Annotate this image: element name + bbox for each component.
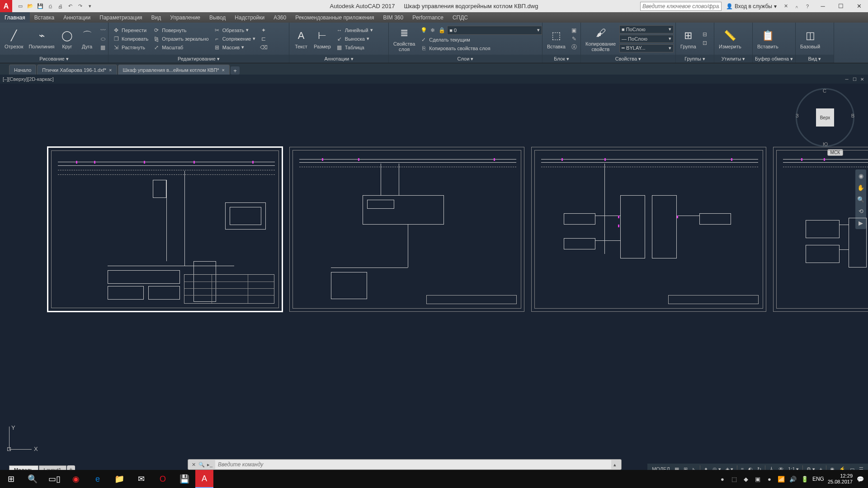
draw-extra2-button[interactable]: ⬭ <box>98 35 108 43</box>
viewcube-east[interactable]: В <box>851 113 854 118</box>
block-edit-button[interactable]: ✎ <box>569 35 579 43</box>
panel-utils-title[interactable]: Утилиты ▾ <box>714 55 752 63</box>
login-button[interactable]: 👤 Вход в службы ▾ <box>723 3 779 9</box>
file-tab-1[interactable]: Птички Хабарова 196-1.dxf*× <box>37 65 117 75</box>
tab-bim360[interactable]: BIM 360 <box>379 12 408 23</box>
taskview-button[interactable]: ▭▯ <box>43 470 65 488</box>
command-input[interactable] <box>215 460 611 469</box>
panel-modify-title[interactable]: Редактирование ▾ <box>108 55 289 63</box>
taskbar-autocad-icon[interactable]: A <box>195 470 213 488</box>
tray-volume-icon[interactable]: 🔊 <box>789 475 797 483</box>
qat-new-icon[interactable]: ▭ <box>16 2 25 11</box>
linear-button[interactable]: ↔Линейный ▾ <box>335 26 374 34</box>
qat-saveas-icon[interactable]: ⎙ <box>46 2 55 11</box>
tab-addins[interactable]: Надстройки <box>230 12 269 23</box>
qat-print-icon[interactable]: 🖨 <box>56 2 65 11</box>
taskbar-explorer-icon[interactable]: 📁 <box>108 470 130 488</box>
viewcube-north[interactable]: С <box>823 88 826 94</box>
start-button[interactable]: ⊞ <box>0 470 22 488</box>
table-button[interactable]: ▦Таблица <box>335 43 374 52</box>
trim-button[interactable]: ✂Обрезать ▾ <box>212 26 257 34</box>
ltype-combo[interactable]: — ПоСлою▾ <box>619 35 674 43</box>
vp-maximize-button[interactable]: ☐ <box>851 76 858 82</box>
exchange-icon[interactable]: ✕ <box>781 2 790 11</box>
mirror-button[interactable]: ⧎Отразить зеркально <box>151 35 210 43</box>
rotate-button[interactable]: ⟳Повернуть <box>151 26 210 34</box>
modify-ex1[interactable]: ✦ <box>259 26 269 34</box>
file-tab-2[interactable]: Шкаф управления в...ейным котлом КВП*× <box>118 65 230 75</box>
tab-spds[interactable]: СПДС <box>448 12 472 23</box>
groupedit-button[interactable]: ⊟ <box>700 30 710 38</box>
tab-parametric[interactable]: Параметризация <box>95 12 146 23</box>
ungroup-button[interactable]: ⊡ <box>700 39 710 47</box>
panel-groups-title[interactable]: Группы ▾ <box>676 55 714 63</box>
tray-language[interactable]: ENG <box>812 476 824 482</box>
tab-annotate[interactable]: Аннотации <box>59 12 95 23</box>
line-button[interactable]: ╱Отрезок <box>3 28 25 50</box>
panel-layers-title[interactable]: Слои ▾ <box>389 55 542 63</box>
tray-network-icon[interactable]: 📶 <box>777 475 785 483</box>
close-tab-icon[interactable]: × <box>109 67 112 73</box>
autodesk-app-icon[interactable]: ⍲ <box>792 2 801 11</box>
lweight-combo[interactable]: ━ BYLAY...▾ <box>619 44 674 52</box>
circle-button[interactable]: ◯Круг <box>58 28 76 50</box>
modify-ex2[interactable]: ⊏ <box>259 35 269 43</box>
viewcube[interactable]: Верх С Ю В З <box>796 88 854 147</box>
qat-redo-icon[interactable]: ↷ <box>75 2 85 11</box>
tab-output[interactable]: Вывод <box>205 12 230 23</box>
stretch-button[interactable]: ⇲Растянуть <box>111 43 150 52</box>
tray-clock[interactable]: 12:29 25.08.2017 <box>828 473 853 485</box>
qat-save-icon[interactable]: 💾 <box>36 2 45 11</box>
color-combo[interactable]: ■ ПоСлою▾ <box>619 25 674 33</box>
panel-block-title[interactable]: Блок ▾ <box>542 55 580 63</box>
minimize-button[interactable]: ─ <box>814 0 832 12</box>
panel-draw-title[interactable]: Рисование ▾ <box>0 55 108 63</box>
array-button[interactable]: ⊞Массив ▾ <box>212 43 257 52</box>
dim-button[interactable]: ⊢Размер <box>312 28 333 50</box>
drawing-canvas[interactable]: Верх С Ю В З МСК ◉ ✋ 🔍 ⟲ ▶ <box>0 84 868 463</box>
layerprops-button[interactable]: ≣Свойства слоя <box>392 25 417 53</box>
tray-app-icon3[interactable]: ● <box>765 475 774 483</box>
viewcube-face[interactable]: Верх <box>816 108 834 127</box>
panel-props-title[interactable]: Свойства ▾ <box>581 55 675 63</box>
arc-button[interactable]: ⌒Дуга <box>78 28 96 50</box>
tray-app-icon1[interactable]: ◆ <box>742 475 750 483</box>
text-button[interactable]: AТекст <box>292 28 310 50</box>
maximize-button[interactable]: ☐ <box>832 0 850 12</box>
tab-recommended[interactable]: Рекомендованные приложения <box>291 12 378 23</box>
cmd-search-icon[interactable]: 🔍 <box>198 461 205 468</box>
vp-close-button[interactable]: ✕ <box>859 76 865 82</box>
help-icon[interactable]: ? <box>803 2 812 11</box>
tab-performance[interactable]: Performance <box>408 12 448 23</box>
file-tab-start[interactable]: Начало <box>9 65 36 75</box>
qat-open-icon[interactable]: 📂 <box>26 2 35 11</box>
cmd-history-icon[interactable]: ▴ <box>611 461 618 468</box>
viewcube-south[interactable]: Ю <box>823 141 828 147</box>
taskbar-edge-icon[interactable]: e <box>87 470 108 488</box>
leader-button[interactable]: ↙Выноска ▾ <box>335 35 374 43</box>
draw-extra3-button[interactable]: ▦ <box>98 43 108 52</box>
viewcube-west[interactable]: З <box>796 113 799 118</box>
cmd-close-icon[interactable]: ✕ <box>190 461 197 468</box>
qat-undo-icon[interactable]: ↶ <box>66 2 75 11</box>
copy-button[interactable]: ❐Копировать <box>111 35 150 43</box>
group-button[interactable]: ⊞Группа <box>679 28 698 50</box>
modify-ex3[interactable]: ⌫ <box>259 43 269 52</box>
fillet-button[interactable]: ⌐Сопряжение ▾ <box>212 35 257 43</box>
tab-view[interactable]: Вид <box>147 12 166 23</box>
match-layer-button[interactable]: ⎘Копировать свойства слоя <box>419 44 543 52</box>
app-logo-icon[interactable]: A <box>0 0 12 12</box>
taskbar-mail-icon[interactable]: ✉ <box>130 470 152 488</box>
panel-view-title[interactable]: Вид ▾ <box>796 55 834 63</box>
tab-manage[interactable]: Управление <box>165 12 205 23</box>
paste-button[interactable]: 📋Вставить <box>755 28 780 50</box>
tray-viber-icon[interactable]: ● <box>718 475 726 483</box>
block-create-button[interactable]: ▣ <box>569 26 579 34</box>
tray-battery-icon[interactable]: 🔋 <box>801 475 809 483</box>
qat-dropdown-icon[interactable]: ▾ <box>85 2 94 11</box>
taskbar-app-2[interactable]: 💾 <box>174 470 195 488</box>
tray-app-icon2[interactable]: ▣ <box>754 475 762 483</box>
layer-combo[interactable]: 💡❄🔒 ■ 0▾ <box>419 25 543 35</box>
baseview-button[interactable]: ◫Базовый <box>798 28 822 50</box>
tray-dropbox-icon[interactable]: ⬚ <box>730 475 738 483</box>
